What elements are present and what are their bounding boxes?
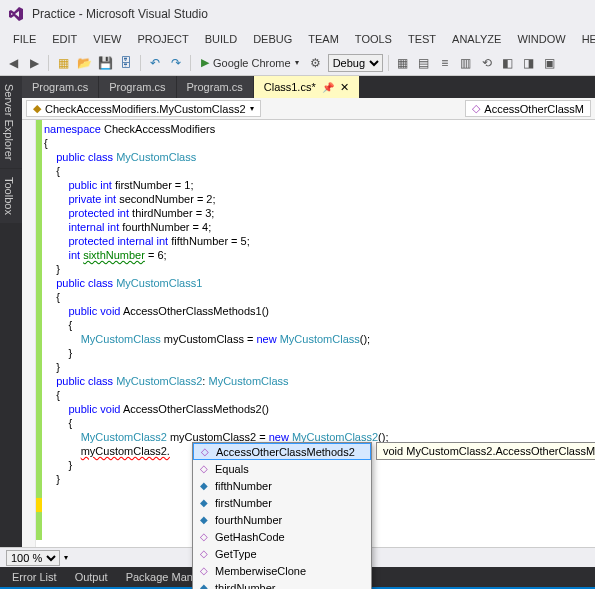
- intellisense-label: fifthNumber: [215, 480, 272, 492]
- field-icon: ◆: [197, 581, 211, 590]
- run-browser-dropdown[interactable]: ▶ Google Chrome ▾: [196, 55, 304, 70]
- bottom-tab-output[interactable]: Output: [67, 569, 116, 585]
- doc-tab[interactable]: Class1.cs*📌✕: [254, 76, 360, 98]
- save-button[interactable]: 💾: [96, 54, 114, 72]
- intellisense-label: Equals: [215, 463, 249, 475]
- intellisense-item[interactable]: ◆firstNumber: [193, 494, 371, 511]
- tool-btn-5[interactable]: ⟲: [478, 54, 496, 72]
- menu-view[interactable]: VIEW: [86, 31, 128, 47]
- tool-btn-6[interactable]: ◧: [499, 54, 517, 72]
- method-icon: ◇: [197, 462, 211, 476]
- new-project-button[interactable]: ▦: [54, 54, 72, 72]
- intellisense-item[interactable]: ◇GetType: [193, 545, 371, 562]
- side-tab-toolbox[interactable]: Toolbox: [0, 169, 22, 223]
- redo-button[interactable]: ↷: [167, 54, 185, 72]
- tool-btn-4[interactable]: ▥: [457, 54, 475, 72]
- side-tab-well: Server ExplorerToolbox: [0, 76, 22, 547]
- intellisense-item[interactable]: ◆thirdNumber: [193, 579, 371, 589]
- nav-fwd-button[interactable]: ▶: [25, 54, 43, 72]
- intellisense-item[interactable]: ◇Equals: [193, 460, 371, 477]
- field-icon: ◆: [197, 479, 211, 493]
- doc-tab-label: Program.cs: [32, 81, 88, 93]
- tool-btn-7[interactable]: ◨: [520, 54, 538, 72]
- method-icon: ◇: [197, 547, 211, 561]
- play-icon: ▶: [201, 56, 209, 69]
- tool-btn-3[interactable]: ≡: [436, 54, 454, 72]
- intellisense-item[interactable]: ◇AccessOtherClassMethods2: [193, 443, 371, 460]
- intellisense-popup[interactable]: ◇AccessOtherClassMethods2◇Equals◆fifthNu…: [192, 442, 372, 589]
- nav-bar: ◆ CheckAccessModifiers.MyCustomClass2 ▾ …: [22, 98, 595, 120]
- tool-btn-8[interactable]: ▣: [541, 54, 559, 72]
- pin-icon[interactable]: 📌: [322, 82, 334, 93]
- doc-tab[interactable]: Program.cs: [22, 76, 99, 98]
- menu-file[interactable]: FILE: [6, 31, 43, 47]
- window-title: Practice - Microsoft Visual Studio: [32, 7, 208, 21]
- method-icon: ◇: [197, 530, 211, 544]
- doc-tab[interactable]: Program.cs: [177, 76, 254, 98]
- menu-test[interactable]: TEST: [401, 31, 443, 47]
- menu-analyze[interactable]: ANALYZE: [445, 31, 508, 47]
- nav-back-button[interactable]: ◀: [4, 54, 22, 72]
- nav-class-dropdown[interactable]: ◆ CheckAccessModifiers.MyCustomClass2 ▾: [26, 100, 261, 117]
- field-icon: ◆: [197, 513, 211, 527]
- open-file-button[interactable]: 📂: [75, 54, 93, 72]
- menu-debug[interactable]: DEBUG: [246, 31, 299, 47]
- intellisense-label: firstNumber: [215, 497, 272, 509]
- intellisense-label: GetHashCode: [215, 531, 285, 543]
- intellisense-item[interactable]: ◇GetHashCode: [193, 528, 371, 545]
- class-icon: ◆: [33, 102, 41, 115]
- intellisense-item[interactable]: ◆fourthNumber: [193, 511, 371, 528]
- intellisense-item[interactable]: ◇MemberwiseClone: [193, 562, 371, 579]
- toolbar: ◀ ▶ ▦ 📂 💾 🗄 ↶ ↷ ▶ Google Chrome ▾ ⚙ Debu…: [0, 50, 595, 76]
- menu-bar: FILEEDITVIEWPROJECTBUILDDEBUGTEAMTOOLSTE…: [0, 28, 595, 50]
- doc-tab-label: Program.cs: [187, 81, 243, 93]
- menu-build[interactable]: BUILD: [198, 31, 244, 47]
- tool-btn-1[interactable]: ▦: [394, 54, 412, 72]
- method-icon: ◇: [198, 445, 212, 459]
- menu-project[interactable]: PROJECT: [130, 31, 195, 47]
- zoom-select[interactable]: 100 %: [6, 550, 60, 566]
- intellisense-label: GetType: [215, 548, 257, 560]
- intellisense-tooltip: void MyCustomClass2.AccessOtherClassMeth…: [376, 442, 595, 460]
- browser-config-button[interactable]: ⚙: [307, 54, 325, 72]
- doc-tab[interactable]: Program.cs: [99, 76, 176, 98]
- doc-tab-label: Program.cs: [109, 81, 165, 93]
- bottom-tab-error-list[interactable]: Error List: [4, 569, 65, 585]
- method-icon: ◇: [197, 564, 211, 578]
- field-icon: ◆: [197, 496, 211, 510]
- save-all-button[interactable]: 🗄: [117, 54, 135, 72]
- intellisense-label: AccessOtherClassMethods2: [216, 446, 355, 458]
- intellisense-label: MemberwiseClone: [215, 565, 306, 577]
- outline-gutter[interactable]: [22, 120, 36, 547]
- title-bar: Practice - Microsoft Visual Studio: [0, 0, 595, 28]
- close-icon[interactable]: ✕: [340, 81, 349, 94]
- intellisense-item[interactable]: ◆fifthNumber: [193, 477, 371, 494]
- tool-btn-2[interactable]: ▤: [415, 54, 433, 72]
- menu-tools[interactable]: TOOLS: [348, 31, 399, 47]
- side-tab-server-explorer[interactable]: Server Explorer: [0, 76, 22, 168]
- undo-button[interactable]: ↶: [146, 54, 164, 72]
- menu-team[interactable]: TEAM: [301, 31, 346, 47]
- menu-help[interactable]: HELP: [575, 31, 595, 47]
- vs-logo-icon: [8, 6, 24, 22]
- document-tabs: Program.csProgram.csProgram.csClass1.cs*…: [22, 76, 595, 98]
- menu-edit[interactable]: EDIT: [45, 31, 84, 47]
- doc-tab-label: Class1.cs*: [264, 81, 316, 93]
- method-icon: ◇: [472, 102, 480, 115]
- intellisense-label: fourthNumber: [215, 514, 282, 526]
- nav-member-dropdown[interactable]: ◇ AccessOtherClassM: [465, 100, 591, 117]
- config-select[interactable]: Debug: [328, 54, 383, 72]
- menu-window[interactable]: WINDOW: [510, 31, 572, 47]
- intellisense-label: thirdNumber: [215, 582, 276, 590]
